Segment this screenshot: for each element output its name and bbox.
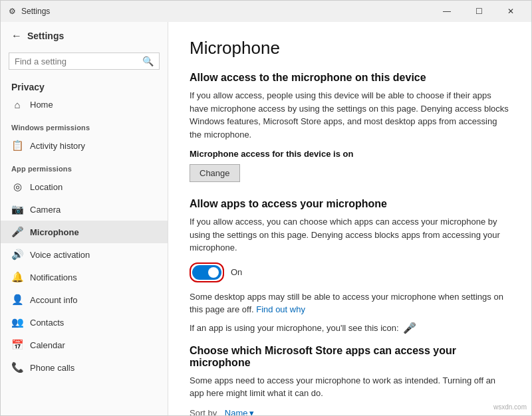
toggle-row: On [190, 262, 510, 282]
microphone-toggle[interactable] [192, 265, 221, 280]
sort-row: Sort by Name ▾ [190, 408, 510, 416]
page-title: Microphone [190, 38, 510, 58]
find-out-why-link[interactable]: Find out why [256, 304, 305, 314]
sort-value[interactable]: Name ▾ [225, 408, 254, 416]
calendar-icon: 📅 [11, 339, 23, 351]
watermark: wsxdn.com [493, 403, 527, 411]
titlebar-title: Settings [21, 7, 50, 16]
content-area: ← Settings 🔍 Privacy ⌂ Home Windows perm… [1, 22, 531, 415]
app-permissions-label: App permissions [1, 157, 168, 175]
back-icon: ← [11, 30, 22, 42]
settings-icon: ⚙ [9, 7, 16, 16]
sidebar-item-notifications[interactable]: 🔔 Notifications [1, 266, 168, 288]
sidebar-item-voice[interactable]: 🔊 Voice activation [1, 243, 168, 266]
privacy-label: Privacy [1, 78, 168, 94]
section2-note: Some desktop apps may still be able to a… [190, 290, 510, 316]
toggle-label: On [231, 267, 242, 277]
microphone-icon: 🎤 [11, 226, 23, 238]
sidebar-item-account[interactable]: 👤 Account info [1, 288, 168, 311]
search-icon: 🔍 [142, 56, 154, 66]
sidebar-item-label-activity: Activity history [30, 141, 85, 151]
sidebar-item-label-home: Home [30, 100, 53, 110]
sidebar-item-label-contacts: Contacts [30, 318, 64, 328]
maximize-button[interactable]: ☐ [464, 1, 494, 22]
main-content: Microphone Allow access to the microphon… [168, 22, 531, 415]
icon-row-text: If an app is using your microphone, you'… [190, 323, 399, 333]
account-icon: 👤 [11, 294, 23, 306]
search-input[interactable] [15, 56, 138, 66]
sidebar-item-activity[interactable]: 📋 Activity history [1, 134, 168, 157]
windows-permissions-label: Windows permissions [1, 116, 168, 134]
titlebar-controls: — ☐ ✕ [432, 1, 526, 22]
sidebar-item-home[interactable]: ⌂ Home [1, 94, 168, 116]
voice-icon: 🔊 [11, 249, 23, 260]
section1-description: If you allow access, people using this d… [190, 89, 510, 141]
titlebar-left: ⚙ Settings [9, 7, 50, 16]
location-icon: ◎ [11, 181, 23, 193]
icon-row: If an app is using your microphone, you'… [190, 322, 510, 334]
sidebar-item-label-voice: Voice activation [30, 250, 90, 260]
phone-icon: 📞 [11, 362, 23, 373]
sidebar-item-label-camera: Camera [30, 205, 61, 215]
home-icon: ⌂ [11, 99, 23, 110]
contacts-icon: 👥 [11, 316, 23, 328]
sidebar-item-label-location: Location [30, 182, 63, 192]
sidebar-item-camera[interactable]: 📷 Camera [1, 198, 168, 221]
section3-heading: Choose which Microsoft Store apps can ac… [190, 345, 510, 369]
change-button[interactable]: Change [190, 164, 240, 182]
sidebar-item-contacts[interactable]: 👥 Contacts [1, 311, 168, 334]
sidebar-item-calendar[interactable]: 📅 Calendar [1, 334, 168, 356]
section3-description: Some apps need to access your microphone… [190, 374, 510, 400]
sidebar-item-label-microphone: Microphone [30, 227, 79, 237]
activity-icon: 📋 [11, 140, 23, 152]
section1-heading: Allow access to the microphone on this d… [190, 72, 510, 84]
sidebar-item-label-phone: Phone calls [30, 363, 74, 373]
toggle-wrapper[interactable] [190, 262, 224, 282]
sidebar: ← Settings 🔍 Privacy ⌂ Home Windows perm… [1, 22, 168, 415]
camera-icon: 📷 [11, 203, 23, 215]
sort-chevron-icon: ▾ [249, 408, 254, 416]
section2-description: If you allow access, you can choose whic… [190, 215, 510, 255]
sidebar-item-location[interactable]: ◎ Location [1, 175, 168, 198]
sidebar-item-label-account: Account info [30, 295, 78, 305]
sidebar-item-label-calendar: Calendar [30, 340, 65, 350]
minimize-button[interactable]: — [432, 1, 462, 22]
sidebar-back[interactable]: ← Settings [1, 22, 168, 50]
section2-heading: Allow apps to access your microphone [190, 198, 510, 210]
toggle-knob [208, 267, 219, 278]
sidebar-item-microphone[interactable]: 🎤 Microphone [1, 221, 168, 243]
search-box[interactable]: 🔍 [9, 52, 160, 70]
sort-label: Sort by [190, 408, 217, 416]
sidebar-title: Settings [27, 31, 64, 41]
sidebar-item-phone[interactable]: 📞 Phone calls [1, 356, 168, 379]
notifications-icon: 🔔 [11, 271, 23, 283]
section1-status: Microphone access for this device is on [190, 149, 510, 159]
close-button[interactable]: ✕ [495, 1, 526, 22]
microphone-small-icon: 🎤 [403, 322, 416, 334]
titlebar: ⚙ Settings — ☐ ✕ [1, 1, 531, 22]
sidebar-item-label-notifications: Notifications [30, 272, 77, 282]
